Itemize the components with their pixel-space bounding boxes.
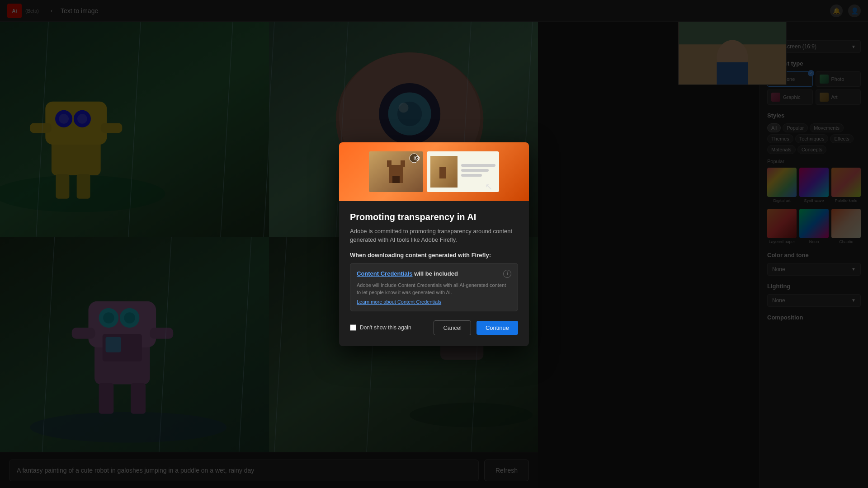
modal-overlay: i [0,0,868,488]
credentials-info-icon[interactable]: i [503,270,511,278]
modal-line-3 [461,174,482,177]
svg-text:i: i [414,156,415,161]
dont-show-row: Don't show this again [350,324,428,331]
transparency-modal: i [339,142,529,346]
credentials-title: Content Credentials will be included [357,270,458,277]
svg-rect-68 [439,167,446,178]
credentials-title-suffix: will be included [414,270,458,277]
credentials-description: Adobe will include Content Credentials w… [357,282,511,296]
cancel-button[interactable]: Cancel [434,320,471,335]
modal-description: Adobe is committed to promoting transpar… [350,227,518,244]
modal-right-img [430,156,458,188]
modal-footer: Don't show this again Cancel Continue [350,320,518,335]
svg-rect-64 [392,176,400,183]
modal-when-label: When downloading content generated with … [350,252,518,258]
modal-body: Promoting transparency in AI Adobe is co… [339,201,529,346]
modal-line-2 [461,169,489,172]
cursor-icon: ↖ [485,181,493,192]
modal-right-lines [461,164,495,179]
dont-show-checkbox[interactable] [350,324,356,331]
dont-show-label: Don't show this again [360,324,411,331]
continue-button[interactable]: Continue [476,321,518,335]
modal-left-thumbnail: i [369,151,423,192]
svg-point-65 [410,154,419,163]
modal-line-1 [461,164,495,167]
modal-title: Promoting transparency in AI [350,212,518,222]
credentials-learn-more-link[interactable]: Learn more about Content Credentials [357,299,511,305]
svg-rect-63 [401,160,405,167]
credentials-link-text: Content Credentials [357,270,413,277]
svg-rect-62 [387,160,392,167]
credentials-title-row: Content Credentials will be included i [357,270,511,278]
credentials-box: Content Credentials will be included i A… [350,263,518,311]
modal-header-image: i [339,142,529,201]
